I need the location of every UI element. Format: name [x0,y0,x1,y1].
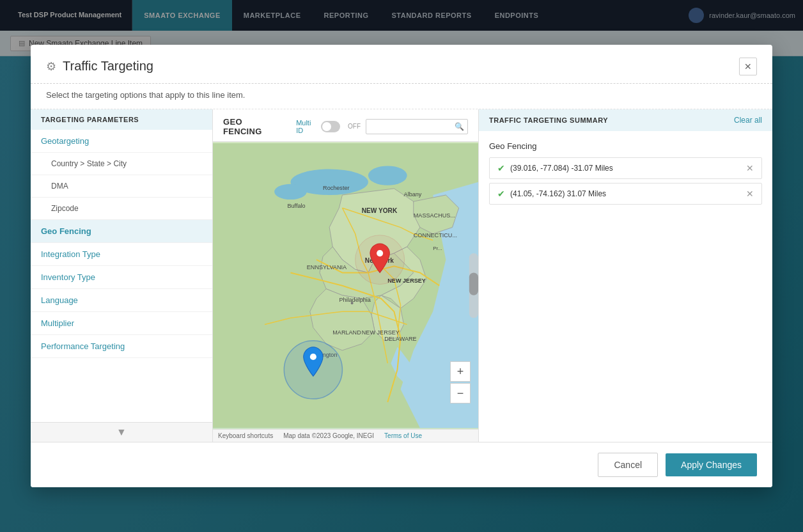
scroll-down-indicator[interactable]: ▼ [31,422,212,442]
param-integration-type[interactable]: Integration Type [31,243,212,266]
traffic-targeting-summary-panel: TRAFFIC TARGETING SUMMARY Clear all Geo … [478,109,772,442]
svg-text:Buffalo: Buffalo [287,203,305,209]
svg-text:NEW JERSEY: NEW JERSEY [362,329,400,335]
svg-text:Rochester: Rochester [323,185,349,191]
svg-point-2 [368,166,407,185]
toggle-label: OFF [348,123,361,130]
geo-fencing-title: GEO FENCING [223,117,281,136]
svg-point-24 [310,354,316,360]
apply-changes-button[interactable]: Apply Changes [666,453,757,476]
svg-point-3 [274,184,307,199]
svg-text:ENNSYLVANIA: ENNSYLVANIA [307,264,347,270]
svg-text:MASSACHUS...: MASSACHUS... [414,212,455,219]
settings-icon: ⚙ [46,59,56,74]
summary-body: Geo Fencing ✔ (39.016, -77.084) -31.07 M… [479,131,772,442]
svg-text:MARLAND: MARLAND [332,329,361,335]
param-dma[interactable]: DMA [31,175,212,198]
modal-title: Traffic Targeting [63,59,153,74]
remove-item-2-button[interactable]: ✕ [746,189,754,199]
svg-point-23 [377,250,383,256]
summary-section-geo-fencing: Geo Fencing [489,141,762,151]
param-inventory-type[interactable]: Inventory Type [31,266,212,289]
geo-fencing-panel: GEO FENCING Multi ID OFF 🔍 [213,109,478,442]
svg-text:Pr...: Pr... [433,246,442,251]
summary-item-text-1: (39.016, -77.084) -31.07 Miles [510,164,613,173]
map-svg: Rochester Buffalo NEW YORK Albany MASSAC… [213,142,478,429]
param-zipcode[interactable]: Zipcode [31,198,212,220]
geo-search-input[interactable] [371,122,455,131]
multi-id-toggle[interactable] [321,121,340,132]
param-multiplier[interactable]: Multiplier [31,312,212,335]
modal-title-row: ⚙ Traffic Targeting [46,59,153,74]
terms-of-use[interactable]: Terms of Use [384,432,422,439]
multi-id-label: Multi ID [296,119,316,134]
map-footer: Keyboard shortcuts Map data ©2023 Google… [213,429,478,442]
summary-item-text-2: (41.05, -74.162) 31.07 Miles [510,189,606,198]
svg-text:Philadelphia: Philadelphia [339,297,371,303]
clear-all-button[interactable]: Clear all [734,116,762,125]
targeting-params-list: Geotargeting Country > State > City DMA … [31,130,212,422]
modal-header: ⚙ Traffic Targeting ✕ [31,45,772,84]
geo-search-wrap[interactable]: 🔍 [366,119,468,134]
toggle-knob [322,122,331,131]
param-geotargeting[interactable]: Geotargeting [31,130,212,153]
svg-text:Albany: Albany [404,191,422,198]
check-icon-2: ✔ [497,189,505,199]
zoom-out-button[interactable]: − [450,383,471,403]
multi-id-section: Multi ID OFF 🔍 [296,119,468,134]
param-language[interactable]: Language [31,289,212,312]
summary-item-2: ✔ (41.05, -74.162) 31.07 Miles ✕ [489,183,762,205]
cancel-button[interactable]: Cancel [598,453,658,477]
summary-header: TRAFFIC TARGETING SUMMARY Clear all [479,109,772,131]
summary-item-1: ✔ (39.016, -77.084) -31.07 Miles ✕ [489,157,762,179]
svg-rect-26 [469,272,478,295]
summary-title: TRAFFIC TARGETING SUMMARY [489,116,608,124]
traffic-targeting-modal: ⚙ Traffic Targeting ✕ Select the targeti… [31,45,772,487]
svg-point-14 [351,302,354,304]
svg-text:DELAWARE: DELAWARE [384,336,416,342]
remove-item-1-button[interactable]: ✕ [746,163,754,173]
modal-footer: Cancel Apply Changes [31,442,772,487]
targeting-params-header: TARGETING PARAMETERS [31,109,212,130]
svg-text:NEW YORK: NEW YORK [362,207,398,214]
check-icon-1: ✔ [497,163,505,173]
search-icon: 🔍 [455,122,464,131]
modal-subtitle: Select the targeting options that apply … [31,84,772,109]
modal-body: TARGETING PARAMETERS Geotargeting Countr… [31,109,772,442]
param-performance-targeting[interactable]: Performance Targeting [31,335,212,358]
svg-text:CONNECTICU...: CONNECTICU... [414,232,457,239]
param-country-state-city[interactable]: Country > State > City [31,153,212,175]
modal-overlay: ⚙ Traffic Targeting ✕ Select the targeti… [0,0,803,532]
map-zoom-controls: + − [450,361,471,403]
modal-close-button[interactable]: ✕ [739,58,757,75]
targeting-parameters-panel: TARGETING PARAMETERS Geotargeting Countr… [31,109,213,442]
map-container[interactable]: Rochester Buffalo NEW YORK Albany MASSAC… [213,142,478,429]
zoom-in-button[interactable]: + [450,361,471,382]
map-data-credit: Map data ©2023 Google, INEGI [283,432,374,439]
param-geo-fencing[interactable]: Geo Fencing [31,220,212,243]
geo-fencing-header: GEO FENCING Multi ID OFF 🔍 [213,109,478,142]
keyboard-shortcuts: Keyboard shortcuts [218,432,273,439]
